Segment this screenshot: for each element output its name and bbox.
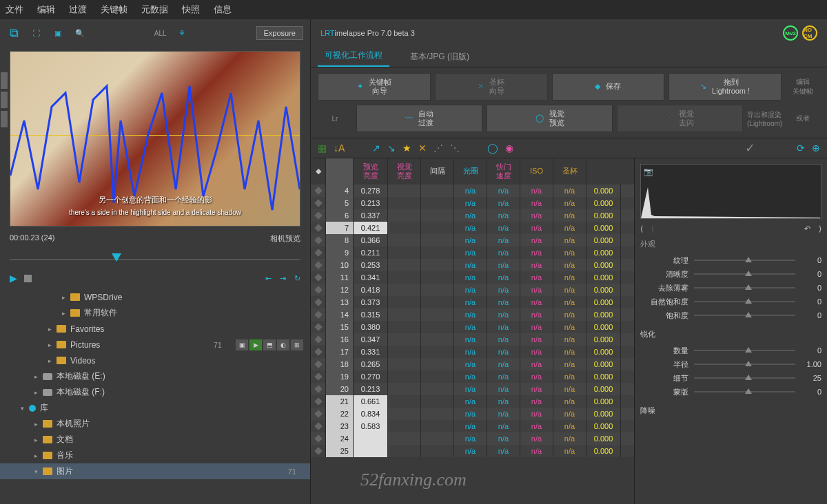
export-icon[interactable]: ↗	[372, 143, 380, 154]
table-row[interactable]: 140.315n/an/an/an/a0.000	[311, 308, 634, 321]
tree-item[interactable]: ▸Videos	[0, 353, 310, 368]
crop-icon[interactable]: ⧉	[7, 27, 21, 39]
tree-item[interactable]: ▸本地磁盘 (F:)	[0, 384, 310, 400]
slider[interactable]: 去除薄雾0	[640, 281, 821, 295]
table-row[interactable]: 230.583n/an/an/an/a0.000	[311, 420, 634, 432]
slider[interactable]: 饱和度0	[640, 308, 821, 322]
menu-关键帧[interactable]: 关键帧	[101, 3, 127, 16]
table-header[interactable]: 圣杯	[553, 158, 586, 185]
shuffle-icon[interactable]: ✕	[418, 143, 427, 154]
preview-area[interactable]: 📷 另一个创意的背面和一个经验的影 there's a side in the …	[10, 51, 300, 227]
table-row[interactable]: 160.347n/an/an/an/a0.000	[311, 333, 634, 346]
tree-item[interactable]: ▸Favorites	[0, 321, 310, 337]
table-row[interactable]: 190.270n/an/an/an/a0.000	[311, 370, 634, 383]
menu-文件[interactable]: 文件	[6, 3, 23, 16]
tool1-icon[interactable]: ⋰	[433, 143, 443, 154]
title-badge[interactable]: Mv2	[783, 25, 798, 41]
table-row[interactable]: 70.421n/an/an/an/a0.000	[311, 222, 634, 234]
grid-icon[interactable]: ▦	[318, 143, 327, 154]
slider[interactable]: 自然饱和度0	[640, 295, 821, 308]
table-row[interactable]: 100.253n/an/an/an/a0.000	[311, 259, 634, 271]
frame-fwd-icon[interactable]: ⇥	[280, 274, 286, 283]
download-icon[interactable]: ⊕	[812, 143, 820, 154]
tree-item[interactable]: ▸本地磁盘 (E:)	[0, 368, 310, 384]
prev2-icon[interactable]: ⟨	[651, 224, 654, 233]
workflow-button[interactable]: ◯视觉预览	[487, 105, 613, 132]
prev-icon[interactable]: ⟨	[640, 224, 643, 233]
table-row[interactable]: 40.278n/an/an/an/a0.000	[311, 185, 634, 197]
table-row[interactable]: 180.265n/an/an/an/a0.000	[311, 358, 634, 370]
data-table[interactable]: ◆预览亮度视觉亮度间隔光圈快门速度ISO圣杯 40.278n/an/an/an/…	[311, 158, 634, 504]
table-header[interactable]: 光圈	[454, 158, 487, 185]
frame-back-icon[interactable]: ⇤	[265, 274, 272, 283]
table-row[interactable]: 50.213n/an/an/an/a0.000	[311, 197, 634, 209]
menu-过渡[interactable]: 过渡	[69, 3, 87, 16]
dna-icon[interactable]: ⚘	[175, 27, 189, 39]
select-icon[interactable]: ⛶	[29, 27, 43, 39]
tree-item[interactable]: ▸常用软件	[0, 305, 310, 321]
table-row[interactable]: 210.661n/an/an/an/a0.000	[311, 395, 634, 408]
table-header[interactable]	[326, 158, 354, 185]
workflow-button[interactable]: 〰自动过渡	[356, 105, 482, 132]
image-icon[interactable]: ▣	[51, 27, 65, 39]
tab[interactable]: 基本/JPG (旧版)	[403, 47, 476, 67]
title-badge[interactable]: NO CM	[802, 25, 817, 41]
table-row[interactable]: 90.211n/an/an/an/a0.000	[311, 246, 634, 259]
table-row[interactable]: 220.834n/an/an/an/a0.000	[311, 408, 634, 420]
stop-button[interactable]	[24, 275, 32, 282]
slider[interactable]: 细节25	[640, 371, 821, 385]
table-row[interactable]: 24n/an/an/an/a0.000	[311, 432, 634, 445]
tree-item[interactable]: ▸文档	[0, 432, 310, 448]
table-row[interactable]: 170.331n/an/an/an/a0.000	[311, 346, 634, 358]
tree-item[interactable]: ▾库	[0, 400, 310, 416]
workflow-button[interactable]: ↘拖到Lightroom !	[668, 73, 782, 101]
table-row[interactable]: 110.341n/an/an/an/a0.000	[311, 271, 634, 284]
table-row[interactable]: 130.373n/an/an/an/a0.000	[311, 296, 634, 308]
check-icon[interactable]: ✓	[745, 140, 755, 156]
menu-快照[interactable]: 快照	[182, 3, 200, 16]
reload-icon[interactable]: ⟳	[797, 143, 805, 154]
slider[interactable]: 清晰度0	[640, 267, 821, 281]
star-icon[interactable]: ★	[402, 143, 411, 154]
table-header[interactable]: 间隔	[421, 158, 454, 185]
sort-icon[interactable]: ↓A	[334, 143, 345, 154]
search-icon[interactable]: 🔍	[73, 27, 87, 39]
next-icon[interactable]: ⟩	[819, 224, 821, 233]
workflow-button[interactable]: ✦关键帧向导	[318, 73, 431, 101]
table-row[interactable]: 200.213n/an/an/an/a0.000	[311, 383, 634, 395]
tab[interactable]: 可视化工作流程	[318, 45, 389, 67]
table-header[interactable]: ISO	[520, 158, 553, 185]
workflow-button[interactable]: ✕圣杯向导	[435, 73, 548, 101]
table-header[interactable]: 视觉亮度	[388, 158, 421, 185]
menu-编辑[interactable]: 编辑	[37, 3, 55, 16]
play-button[interactable]: ▶	[10, 273, 17, 284]
tree-item[interactable]: ▾图片71	[0, 463, 310, 479]
import-icon[interactable]: ↘	[387, 143, 396, 154]
all-label[interactable]: ALL	[154, 30, 167, 37]
circle-icon[interactable]: ◯	[487, 143, 498, 154]
slider[interactable]: 蒙版0	[640, 385, 821, 399]
table-row[interactable]: 60.337n/an/an/an/a0.000	[311, 209, 634, 222]
workflow-button[interactable]: ◆保存	[552, 73, 665, 101]
undo-icon[interactable]: ↶	[804, 224, 810, 233]
table-row[interactable]: 80.366n/an/an/an/a0.000	[311, 234, 634, 246]
table-row[interactable]: 25n/an/an/an/a0.000	[311, 445, 634, 457]
tool2-icon[interactable]: ⋱	[450, 143, 460, 154]
slider[interactable]: 纹理0	[640, 253, 821, 267]
workflow-button[interactable]: ⋰视觉去闪	[617, 105, 743, 132]
menu-元数据[interactable]: 元数据	[141, 3, 168, 16]
exposure-button[interactable]: Exposure	[256, 26, 303, 40]
refresh-icon[interactable]: ↻	[294, 274, 300, 283]
table-header[interactable]: ◆	[311, 158, 326, 185]
timeline-slider[interactable]	[10, 249, 300, 267]
table-header[interactable]: 快门速度	[487, 158, 520, 185]
circle2-icon[interactable]: ◉	[505, 143, 513, 154]
tree-item[interactable]: ▸音乐	[0, 448, 310, 463]
table-row[interactable]: 120.418n/an/an/an/a0.000	[311, 284, 634, 296]
table-header[interactable]: 预览亮度	[354, 158, 388, 185]
menu-信息[interactable]: 信息	[214, 3, 232, 16]
table-row[interactable]: 150.380n/an/an/an/a0.000	[311, 321, 634, 333]
slider[interactable]: 半径1.00	[640, 357, 821, 371]
tree-item[interactable]: ▸Pictures71▣▶⬒◐⊞	[0, 337, 310, 353]
tree-item[interactable]: ▸本机照片	[0, 416, 310, 432]
